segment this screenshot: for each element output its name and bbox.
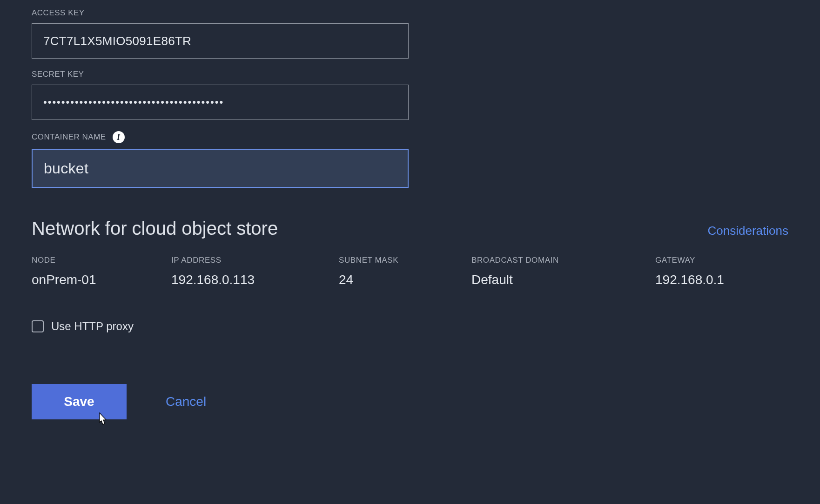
save-button[interactable]: Save bbox=[32, 384, 127, 419]
th-domain: Broadcast Domain bbox=[471, 256, 651, 265]
container-name-group: Container Name i bbox=[32, 131, 409, 188]
use-http-proxy-label: Use HTTP proxy bbox=[51, 320, 134, 333]
td-node: onPrem-01 bbox=[32, 272, 167, 287]
th-node: Node bbox=[32, 256, 167, 265]
th-mask: Subnet Mask bbox=[339, 256, 467, 265]
td-domain: Default bbox=[471, 272, 651, 287]
info-icon[interactable]: i bbox=[113, 131, 125, 143]
th-ip: IP Address bbox=[171, 256, 334, 265]
secret-key-input[interactable] bbox=[32, 85, 409, 120]
secret-key-label: Secret Key bbox=[32, 70, 409, 79]
container-name-label: Container Name bbox=[32, 133, 106, 142]
use-http-proxy-checkbox[interactable] bbox=[32, 320, 44, 332]
container-name-input[interactable] bbox=[32, 149, 409, 188]
network-table: Node onPrem-01 IP Address 192.168.0.113 … bbox=[32, 256, 788, 287]
access-key-group: Access Key bbox=[32, 8, 409, 59]
td-ip: 192.168.0.113 bbox=[171, 272, 334, 287]
cancel-button[interactable]: Cancel bbox=[166, 394, 206, 409]
considerations-link[interactable]: Considerations bbox=[708, 224, 788, 238]
access-key-label: Access Key bbox=[32, 8, 409, 18]
secret-key-group: Secret Key bbox=[32, 70, 409, 120]
access-key-input[interactable] bbox=[32, 23, 409, 59]
network-section-title: Network for cloud object store bbox=[32, 218, 278, 239]
section-divider bbox=[32, 202, 788, 202]
td-mask: 24 bbox=[339, 272, 467, 287]
td-gateway: 192.168.0.1 bbox=[655, 272, 776, 287]
th-gateway: Gateway bbox=[655, 256, 776, 265]
